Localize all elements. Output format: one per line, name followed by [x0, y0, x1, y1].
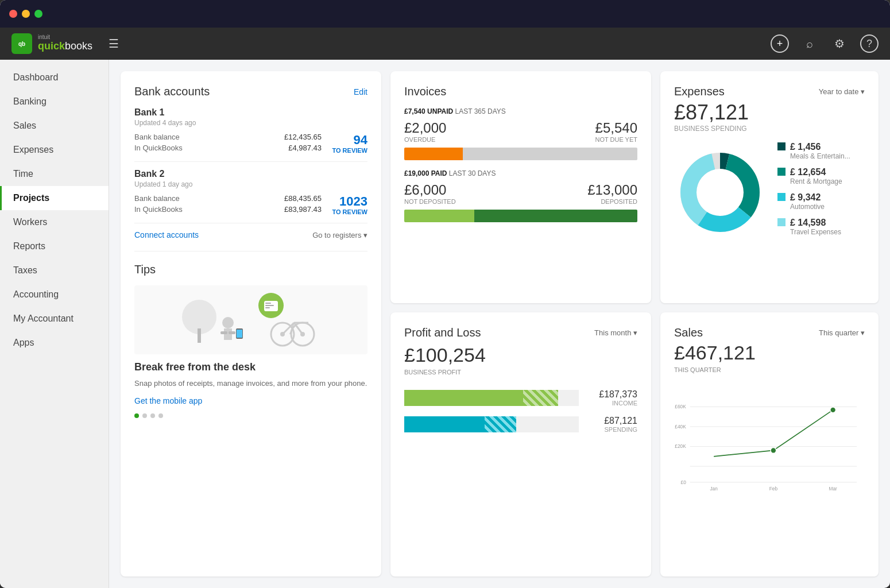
tip-dot-1[interactable]	[142, 413, 147, 418]
intuit-label: intuit	[38, 34, 92, 40]
content-area: Invoices £7,540 UNPAID LAST 365 DAYS £2,…	[109, 60, 890, 588]
sidebar-item-my-accountant[interactable]: My Accountant	[0, 307, 109, 331]
bank1-balance-label: Bank balance	[134, 133, 180, 141]
legend-color-3	[777, 218, 785, 226]
menu-toggle[interactable]: ☰	[109, 37, 119, 51]
tips-card-title: Break free from the desk	[134, 361, 367, 373]
invoices-notdeposited-col: £6,000 NOT DEPOSITED	[404, 182, 456, 205]
invoices-deposited-amount: £13,000	[587, 182, 637, 198]
tips-mobile-app-link[interactable]: Get the mobile app	[134, 396, 367, 405]
sidebar-item-reports[interactable]: Reports	[0, 234, 109, 258]
sidebar-item-banking[interactable]: Banking	[0, 90, 109, 114]
pnl-period-selector[interactable]: This month ▾	[594, 328, 637, 337]
invoices-card: Invoices £7,540 UNPAID LAST 365 DAYS £2,…	[390, 71, 651, 303]
bank1-review-col[interactable]: 94 TO REVIEW	[322, 133, 367, 154]
pnl-title: Profit and Loss	[404, 326, 481, 339]
expenses-sublabel: BUSINESS SPENDING	[674, 125, 865, 133]
svg-text:£0: £0	[681, 479, 687, 485]
sidebar-item-accounting[interactable]: Accounting	[0, 283, 109, 307]
legend-color-2	[777, 193, 785, 201]
pnl-income-bar-bg	[404, 390, 579, 406]
bank2-review-label: TO REVIEW	[322, 208, 367, 215]
bank1-balance-amount: £12,435.65	[284, 133, 322, 141]
pnl-spending-bar-hatch	[485, 416, 516, 432]
bank1-section: Bank 1 Updated 4 days ago Bank balance £…	[134, 107, 367, 154]
sidebar-item-sales[interactable]: Sales	[0, 114, 109, 138]
pnl-header: Profit and Loss This month ▾	[404, 326, 637, 339]
bank1-qb-amount: £4,987.43	[288, 144, 322, 152]
pnl-sublabel: BUSINESS PROFIT	[404, 369, 637, 376]
bank2-review-row: Bank balance £88,435.65 In QuickBooks £8…	[134, 194, 367, 216]
add-icon[interactable]: +	[771, 34, 789, 53]
pnl-spending-amount: £87,121	[586, 416, 637, 426]
svg-point-10	[222, 317, 234, 328]
sales-chart-area: £60K £40K £20K £0 Jan Feb Mar	[674, 382, 865, 517]
sidebar-item-taxes[interactable]: Taxes	[0, 258, 109, 283]
svg-text:£60K: £60K	[675, 404, 686, 409]
invoices-amounts-row1: £2,000 OVERDUE £5,540 NOT DUE YET	[404, 120, 637, 143]
sales-total: £467,121	[674, 342, 865, 364]
header-actions: + ⌕ ⚙ ?	[771, 34, 879, 53]
maximize-button[interactable]	[34, 10, 42, 18]
profit-loss-card: Profit and Loss This month ▾ £100,254 BU…	[390, 312, 651, 577]
tip-dot-2[interactable]	[150, 413, 155, 418]
bank1-amounts: Bank balance £12,435.65 In QuickBooks £4…	[134, 133, 322, 154]
app-header: qb intuit quickbooks ☰ + ⌕ ⚙ ?	[0, 28, 890, 60]
go-registers-link[interactable]: Go to registers ▾	[312, 231, 367, 239]
bank2-section: Bank 2 Updated 1 day ago Bank balance £8…	[134, 169, 367, 216]
invoices-unpaid-period-val: LAST 365 DAYS	[455, 107, 506, 115]
settings-icon[interactable]: ⚙	[830, 34, 849, 53]
pnl-spending-bar-container	[404, 416, 579, 432]
search-icon[interactable]: ⌕	[800, 34, 819, 53]
svg-text:Feb: Feb	[769, 485, 778, 491]
bank-accounts-card: Bank accounts Edit Bank 1 Updated 4 days…	[121, 71, 381, 577]
logo: qb intuit quickbooks	[11, 33, 92, 54]
sidebar-item-dashboard[interactable]: Dashboard	[0, 65, 109, 90]
svg-rect-15	[237, 330, 242, 338]
svg-text:qb: qb	[18, 41, 25, 47]
tip-dot-3[interactable]	[158, 413, 163, 418]
bank2-review-col[interactable]: 1023 TO REVIEW	[322, 195, 367, 215]
invoices-deposited-label: DEPOSITED	[587, 198, 637, 205]
connect-accounts-link[interactable]: Connect accounts	[134, 230, 199, 239]
bank-accounts-header: Bank accounts Edit	[134, 85, 367, 98]
legend-text-1: £ 12,654 Rent & Mortgage	[790, 167, 842, 185]
invoices-unpaid-label2: UNPAID	[427, 107, 453, 115]
bank2-amounts: Bank balance £88,435.65 In QuickBooks £8…	[134, 194, 322, 216]
tips-illustration	[134, 285, 367, 354]
sales-period-selector[interactable]: This quarter ▾	[819, 328, 865, 337]
sidebar-item-projects[interactable]: Projects	[0, 186, 109, 210]
sidebar-item-time[interactable]: Time	[0, 162, 109, 186]
sidebar-item-apps[interactable]: Apps	[0, 331, 109, 355]
pnl-income-bar-hatch	[523, 390, 558, 406]
bank-accounts-edit[interactable]: Edit	[354, 87, 367, 96]
logo-text: intuit quickbooks	[38, 34, 92, 53]
tips-title: Tips	[134, 263, 367, 276]
bank2-name: Bank 2	[134, 169, 367, 179]
legend-color-0	[777, 142, 785, 150]
invoices-paid-line: £19,000 PAID LAST 30 DAYS	[404, 169, 637, 177]
sidebar-item-expenses[interactable]: Expenses	[0, 138, 109, 162]
logo-icon: qb	[11, 33, 32, 54]
tip-dot-0[interactable]	[134, 413, 139, 418]
pnl-total: £100,254	[404, 344, 637, 366]
minimize-button[interactable]	[22, 10, 30, 18]
expenses-body: £ 1,456 Meals & Entertain... £ 12,654 Re…	[674, 142, 865, 243]
expenses-legend: £ 1,456 Meals & Entertain... £ 12,654 Re…	[777, 142, 865, 243]
close-button[interactable]	[9, 10, 17, 18]
bank1-review-row: Bank balance £12,435.65 In QuickBooks £4…	[134, 133, 367, 154]
sidebar-item-workers[interactable]: Workers	[0, 210, 109, 234]
bank1-balance-row: Bank balance £12,435.65	[134, 133, 322, 141]
invoices-unpaid-amount: £7,540	[404, 107, 425, 115]
svg-rect-9	[198, 328, 201, 343]
svg-text:£20K: £20K	[675, 443, 686, 449]
bank-accounts-title: Bank accounts	[134, 85, 210, 98]
bank1-qb-row: In QuickBooks £4,987.43	[134, 144, 322, 152]
tips-section: Tips	[134, 251, 367, 418]
svg-point-39	[771, 447, 776, 453]
help-icon[interactable]: ?	[860, 34, 879, 53]
legend-color-1	[777, 168, 785, 176]
sales-header: Sales This quarter ▾	[674, 326, 865, 339]
bank2-updated: Updated 1 day ago	[134, 180, 367, 188]
expenses-period-selector[interactable]: Year to date ▾	[819, 87, 865, 96]
